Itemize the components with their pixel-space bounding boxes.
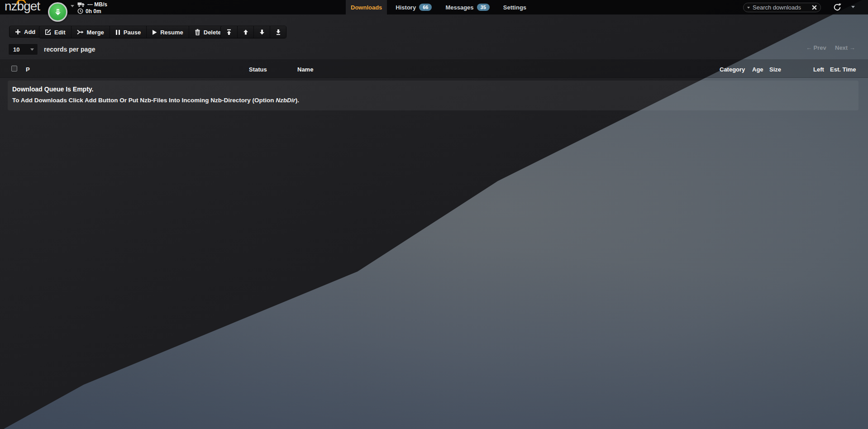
records-per-page-value: 10 <box>13 46 19 53</box>
move-down-button[interactable] <box>253 26 270 38</box>
add-button-label: Add <box>24 29 35 35</box>
refresh-dropdown-caret-icon[interactable] <box>851 6 855 8</box>
tab-downloads[interactable]: Downloads <box>346 0 387 14</box>
move-bottom-button[interactable] <box>270 26 286 38</box>
time-indicator: 0h 0m <box>77 8 107 14</box>
delete-button-label: Delete <box>204 29 221 36</box>
merge-button-label: Merge <box>87 29 104 36</box>
tab-history[interactable]: History 66 <box>391 0 437 14</box>
pause-button[interactable]: Pause <box>110 26 146 38</box>
move-buttons-group <box>220 26 286 38</box>
edit-icon <box>45 29 51 35</box>
play-icon <box>152 29 157 35</box>
empty-queue-body-text: To Add Downloads Click Add Button Or Put… <box>12 97 276 104</box>
pause-icon <box>115 29 120 35</box>
tab-messages[interactable]: Messages 35 <box>440 0 494 14</box>
search-dropdown-caret-icon[interactable] <box>747 7 750 9</box>
download-icon <box>53 8 62 17</box>
records-per-page-label: records per page <box>44 46 95 53</box>
download-all-button[interactable] <box>48 2 67 22</box>
resume-button-label: Resume <box>160 29 183 36</box>
time-value: 0h 0m <box>86 8 101 14</box>
clock-icon <box>77 8 83 14</box>
empty-queue-body: To Add Downloads Click Add Button Or Put… <box>12 97 858 104</box>
search-input[interactable] <box>753 4 809 11</box>
prev-link[interactable]: ← Prev <box>806 44 826 51</box>
speed-indicator: --- MB/s <box>77 1 107 7</box>
refresh-icon <box>833 3 842 12</box>
messages-count-badge: 35 <box>477 4 490 11</box>
status-indicators: --- MB/s 0h 0m <box>77 1 107 15</box>
tab-downloads-label: Downloads <box>351 4 382 11</box>
tab-messages-label: Messages <box>445 4 473 11</box>
tab-settings-label: Settings <box>503 4 526 11</box>
speed-value: --- MB/s <box>87 1 107 8</box>
records-caret-icon <box>30 48 34 51</box>
edit-button-label: Edit <box>54 29 66 36</box>
empty-queue-panel: Download Queue Is Empty. To Add Download… <box>8 81 858 110</box>
column-name: Name <box>297 66 313 73</box>
pause-button-label: Pause <box>124 29 141 36</box>
records-per-page-select[interactable]: 10 <box>8 43 38 55</box>
resume-button[interactable]: Resume <box>146 26 189 38</box>
empty-queue-body-end: ). <box>296 97 299 104</box>
column-left: Left <box>813 66 824 73</box>
merge-button[interactable]: Merge <box>71 26 110 38</box>
move-up-button[interactable] <box>237 26 253 38</box>
history-count-badge: 66 <box>419 4 432 11</box>
arrow-down-icon <box>259 29 265 35</box>
navbar: nzbget --- MB/s <box>0 0 868 14</box>
tab-history-label: History <box>396 4 416 11</box>
trash-icon <box>195 29 200 35</box>
arrow-to-bottom-icon <box>275 29 281 35</box>
merge-icon <box>77 29 84 35</box>
arrow-up-icon <box>243 29 249 35</box>
empty-queue-title: Download Queue Is Empty. <box>12 86 858 93</box>
plus-icon <box>15 29 21 35</box>
edit-button[interactable]: Edit <box>39 26 71 38</box>
tab-settings[interactable]: Settings <box>498 0 531 14</box>
column-category: Category <box>720 66 745 73</box>
clear-search-icon[interactable] <box>812 5 817 10</box>
main-tabs: Downloads History 66 Messages 35 Setting… <box>344 0 533 14</box>
add-button[interactable]: Add <box>9 26 41 38</box>
refresh-button[interactable] <box>833 3 842 12</box>
column-p: P <box>26 66 30 73</box>
column-age: Age <box>752 66 763 73</box>
empty-queue-option-name: NzbDir <box>276 97 296 104</box>
logo-dropdown-caret-icon[interactable] <box>71 5 74 7</box>
search-box[interactable] <box>743 3 821 12</box>
truck-icon <box>77 2 85 7</box>
logo-swoosh-icon <box>16 0 26 5</box>
select-all-checkbox[interactable] <box>11 66 17 72</box>
move-top-button[interactable] <box>221 26 237 38</box>
column-size: Size <box>769 66 781 73</box>
queue-actions-group: Edit Merge Pause Resume <box>39 26 227 38</box>
next-link[interactable]: Next → <box>835 44 855 51</box>
column-est-time: Est. Time <box>830 66 856 73</box>
column-status: Status <box>249 66 267 73</box>
arrow-to-top-icon <box>226 29 232 35</box>
